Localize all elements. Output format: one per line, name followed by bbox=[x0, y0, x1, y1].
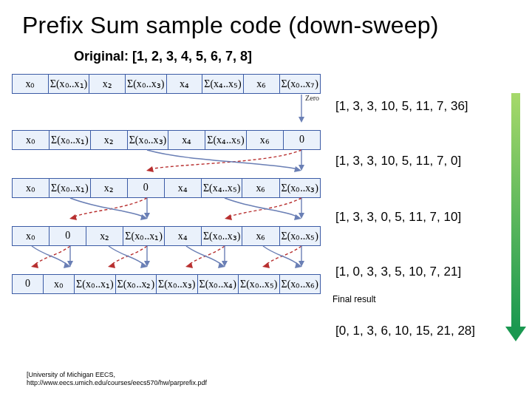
slide: Prefix Sum sample code (down-sweep) Orig… bbox=[0, 0, 532, 399]
cell: Σ(x₀..x₃) bbox=[128, 131, 168, 149]
cell: x₄ bbox=[165, 227, 202, 245]
cell: Σ(x₀..x₁) bbox=[123, 227, 164, 245]
cell: Σ(x₀..x₅) bbox=[280, 227, 320, 245]
cell: Σ(x₀..x₁) bbox=[49, 75, 89, 93]
values-row-4: [0, 1, 3, 6, 10, 15, 21, 28] bbox=[335, 324, 475, 338]
cell: Σ(x₀..x₃) bbox=[126, 75, 166, 93]
citation-line2: http://www.eecs.umich.edu/courses/eecs57… bbox=[27, 379, 207, 386]
cell: 0 bbox=[128, 179, 165, 197]
cell: x₄ bbox=[167, 75, 203, 93]
stage-3: x₀ 0 x₂ Σ(x₀..x₁) x₄ Σ(x₀..x₃) x₆ Σ(x₀..… bbox=[12, 226, 321, 267]
array-row-2: x₀ Σ(x₀..x₁) x₂ 0 x₄ Σ(x₄..x₅) x₆ Σ(x₀..… bbox=[12, 178, 321, 198]
cell: Σ(x₀..x₇) bbox=[280, 75, 320, 93]
svg-marker-6 bbox=[69, 214, 77, 220]
svg-marker-1 bbox=[299, 117, 304, 123]
values-row-3: [1, 0, 3, 3, 5, 10, 7, 21] bbox=[335, 265, 461, 279]
array-row-4: 0 x₀ Σ(x₀..x₁) Σ(x₀..x₂) Σ(x₀..x₃) Σ(x₀.… bbox=[12, 274, 321, 294]
stage-4: 0 x₀ Σ(x₀..x₁) Σ(x₀..x₂) Σ(x₀..x₃) Σ(x₀.… bbox=[12, 274, 321, 294]
cell: Σ(x₀..x₁) bbox=[75, 275, 115, 293]
final-result-label: Final result bbox=[332, 294, 376, 304]
citation-line1: [University of Michigan EECS, bbox=[27, 371, 115, 378]
cell: x₂ bbox=[89, 75, 126, 93]
svg-marker-2 bbox=[146, 166, 154, 172]
values-row-2: [1, 3, 3, 0, 5, 11, 7, 10] bbox=[335, 210, 461, 225]
zero-label: Zero bbox=[12, 94, 321, 102]
cell: Σ(x₀..x₁) bbox=[50, 179, 90, 197]
cell: x₀ bbox=[44, 275, 75, 293]
cell: x₆ bbox=[242, 179, 279, 197]
svg-marker-10 bbox=[225, 214, 232, 220]
stage-0: x₀ Σ(x₀..x₁) x₂ Σ(x₀..x₃) x₄ Σ(x₄..x₅) x… bbox=[12, 74, 321, 123]
array-row-1: x₀ Σ(x₀..x₁) x₂ Σ(x₀..x₃) x₄ Σ(x₄..x₅) x… bbox=[12, 130, 321, 150]
cell: Σ(x₄..x₅) bbox=[202, 179, 242, 197]
cell: Σ(x₀..x₃) bbox=[280, 179, 320, 197]
values-row-0: [1, 3, 3, 10, 5, 11, 7, 36] bbox=[335, 99, 468, 114]
cell: Σ(x₀..x₃) bbox=[202, 227, 242, 245]
cell: x₄ bbox=[168, 131, 205, 149]
cell: x₀ bbox=[13, 75, 49, 93]
cell: Σ(x₀..x₅) bbox=[239, 275, 279, 293]
cell: Σ(x₄..x₅) bbox=[202, 75, 243, 93]
cell: Σ(x₀..x₃) bbox=[157, 275, 197, 293]
arrows-3 bbox=[12, 246, 321, 267]
down-arrow-icon bbox=[508, 93, 523, 341]
diagram: x₀ Σ(x₀..x₁) x₂ Σ(x₀..x₃) x₄ Σ(x₄..x₅) x… bbox=[12, 74, 321, 301]
original-array: Original: [1, 2, 3, 4, 5, 6, 7, 8] bbox=[74, 49, 252, 64]
arrows-2 bbox=[12, 198, 321, 219]
slide-title: Prefix Sum sample code (down-sweep) bbox=[22, 12, 439, 39]
array-row-3: x₀ 0 x₂ Σ(x₀..x₁) x₄ Σ(x₀..x₃) x₆ Σ(x₀..… bbox=[12, 226, 321, 246]
cell: 0 bbox=[50, 227, 86, 245]
cell: x₆ bbox=[247, 131, 284, 149]
cell: Σ(x₀..x₆) bbox=[280, 275, 320, 293]
cell: Σ(x₀..x₁) bbox=[50, 131, 90, 149]
stage-2: x₀ Σ(x₀..x₁) x₂ 0 x₄ Σ(x₄..x₅) x₆ Σ(x₀..… bbox=[12, 178, 321, 219]
cell: 0 bbox=[284, 131, 320, 149]
citation: [University of Michigan EECS, http://www… bbox=[27, 371, 207, 387]
cell: x₂ bbox=[91, 179, 128, 197]
arrows-0 bbox=[12, 102, 321, 123]
cell: x₀ bbox=[13, 131, 50, 149]
arrows-1 bbox=[12, 150, 321, 171]
cell: 0 bbox=[13, 275, 44, 293]
cell: x₆ bbox=[244, 75, 280, 93]
cell: x₆ bbox=[242, 227, 279, 245]
cell: x₄ bbox=[165, 179, 202, 197]
cell: x₀ bbox=[13, 227, 50, 245]
cell: Σ(x₄..x₅) bbox=[205, 131, 246, 149]
values-row-1: [1, 3, 3, 10, 5, 11, 7, 0] bbox=[335, 154, 461, 168]
cell: Σ(x₀..x₂) bbox=[116, 275, 157, 293]
cell: x₀ bbox=[13, 179, 50, 197]
cell: x₂ bbox=[91, 131, 128, 149]
cell: Σ(x₀..x₄) bbox=[198, 275, 239, 293]
cell: x₂ bbox=[86, 227, 123, 245]
stage-1: x₀ Σ(x₀..x₁) x₂ Σ(x₀..x₃) x₄ Σ(x₄..x₅) x… bbox=[12, 130, 321, 171]
array-row-0: x₀ Σ(x₀..x₁) x₂ Σ(x₀..x₃) x₄ Σ(x₄..x₅) x… bbox=[12, 74, 321, 94]
